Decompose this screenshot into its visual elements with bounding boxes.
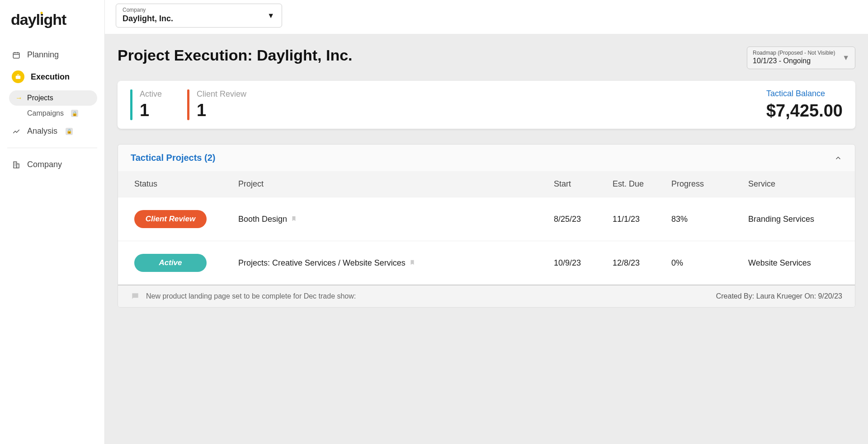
roadmap-select[interactable]: Roadmap (Proposed - Not Visible) 10/1/23…	[747, 47, 855, 69]
project-name: Projects: Creative Services / Website Se…	[238, 258, 549, 268]
col-status: Status	[134, 179, 234, 189]
stat-client-review: Client Review 1	[187, 89, 246, 120]
note-text: New product landing page set to be compl…	[146, 292, 356, 300]
nav-label: Execution	[31, 72, 70, 82]
stat-bar	[130, 89, 132, 120]
chevron-up-icon	[834, 154, 842, 162]
divider	[7, 148, 97, 148]
col-project: Project	[238, 179, 549, 189]
projects-section: Tactical Projects (2) Status Project Sta…	[118, 144, 855, 308]
stat-value: 1	[140, 101, 162, 120]
section-header[interactable]: Tactical Projects (2)	[118, 145, 855, 171]
chart-icon	[12, 127, 21, 136]
bookmark-icon	[291, 215, 297, 223]
nav-item-planning[interactable]: Planning	[7, 45, 97, 65]
company-select[interactable]: Company Daylight, Inc. ▼	[116, 4, 282, 28]
col-est-due: Est. Due	[613, 179, 667, 189]
table-row[interactable]: Client Review Booth Design 8/25/23 11/1/…	[118, 197, 855, 241]
note-meta: Created By: Laura Krueger On: 9/20/23	[716, 292, 842, 300]
est-due-date: 11/1/23	[613, 215, 667, 224]
sub-item-projects[interactable]: → Projects	[9, 90, 97, 106]
sidebar: daylight Planning Execution → Projects C…	[0, 0, 105, 444]
stat-label: Client Review	[197, 89, 246, 99]
start-date: 8/25/23	[554, 215, 608, 224]
nav-label: Analysis	[27, 126, 57, 136]
lock-icon: 🔒	[66, 128, 73, 135]
service: Branding Services	[748, 215, 839, 224]
balance-label: Tactical Balance	[766, 89, 843, 98]
col-start: Start	[554, 179, 608, 189]
caret-down-icon: ▼	[267, 12, 274, 20]
balance-value: $7,425.00	[766, 101, 843, 121]
balance: Tactical Balance $7,425.00	[766, 89, 843, 121]
progress: 83%	[671, 215, 744, 224]
sub-item-label: Projects	[27, 94, 53, 102]
sub-nav: → Projects Campaigns 🔒	[9, 90, 97, 121]
calendar-icon	[12, 51, 21, 60]
topbar: Company Daylight, Inc. ▼	[105, 0, 868, 34]
project-name: Booth Design	[238, 215, 549, 224]
progress: 0%	[671, 258, 744, 268]
nav-label: Company	[27, 160, 62, 169]
col-service: Service	[748, 179, 839, 189]
sub-item-campaigns[interactable]: Campaigns 🔒	[9, 106, 97, 121]
building-icon	[12, 160, 21, 169]
content: Project Execution: Daylight, Inc. Roadma…	[105, 34, 868, 444]
nav-item-analysis[interactable]: Analysis 🔒	[7, 121, 97, 141]
status-pill: Client Review	[134, 210, 207, 228]
stat-active: Active 1	[130, 89, 162, 120]
table-row[interactable]: Active Projects: Creative Services / Web…	[118, 241, 855, 285]
section-title: Tactical Projects (2)	[131, 153, 215, 163]
caret-down-icon: ▼	[842, 54, 849, 62]
stats-card: Active 1 Client Review 1 Tactical Balanc…	[118, 81, 855, 129]
logo: daylight	[7, 11, 97, 28]
main: Company Daylight, Inc. ▼ Project Executi…	[105, 0, 868, 444]
page-header: Project Execution: Daylight, Inc. Roadma…	[118, 47, 855, 69]
page-title: Project Execution: Daylight, Inc.	[118, 47, 353, 64]
status-pill: Active	[134, 254, 207, 272]
company-select-label: Company	[123, 7, 275, 13]
stat-label: Active	[140, 89, 162, 99]
comment-icon	[131, 292, 140, 301]
note-row: New product landing page set to be compl…	[118, 285, 855, 307]
stat-value: 1	[197, 101, 246, 120]
svg-rect-6	[17, 164, 19, 168]
roadmap-value: 10/1/23 - Ongoing	[753, 57, 849, 65]
nav-item-company[interactable]: Company	[7, 154, 97, 175]
lock-icon: 🔒	[71, 110, 78, 117]
nav-item-execution[interactable]: Execution	[7, 65, 97, 89]
service: Website Services	[748, 258, 839, 268]
stat-bar	[187, 89, 189, 120]
briefcase-icon	[12, 70, 24, 83]
col-progress: Progress	[671, 179, 744, 189]
est-due-date: 12/8/23	[613, 258, 667, 268]
roadmap-label: Roadmap (Proposed - Not Visible)	[753, 50, 849, 56]
company-select-value: Daylight, Inc.	[123, 14, 275, 23]
nav-label: Planning	[27, 50, 59, 60]
svg-rect-4	[16, 76, 21, 79]
table-header: Status Project Start Est. Due Progress S…	[118, 171, 855, 197]
svg-rect-0	[13, 52, 19, 58]
bookmark-icon	[409, 259, 415, 267]
sub-item-label: Campaigns	[27, 109, 64, 117]
arrow-right-icon: →	[15, 94, 22, 102]
start-date: 10/9/23	[554, 258, 608, 268]
